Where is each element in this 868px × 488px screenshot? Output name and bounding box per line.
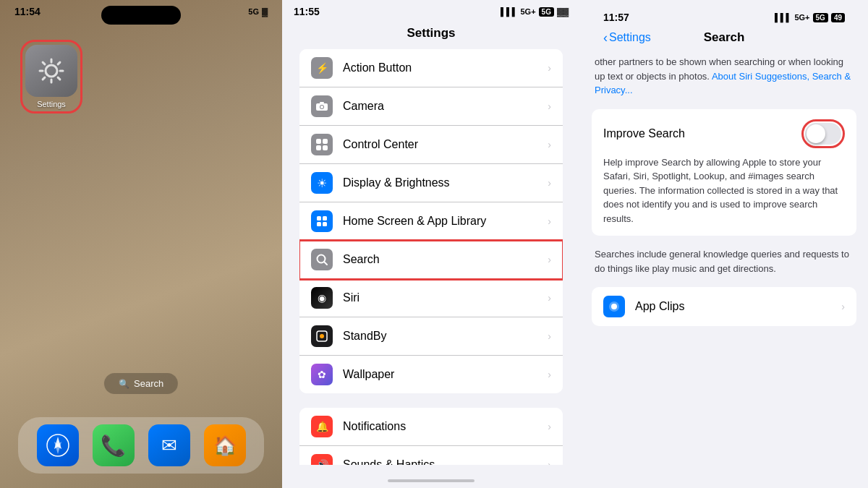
notifications-chevron: › — [548, 421, 551, 432]
app-clips-icon — [603, 296, 625, 317]
svg-line-26 — [324, 262, 327, 265]
svg-rect-16 — [320, 102, 324, 103]
homescreen-icon — [311, 210, 333, 232]
settings-items-group2: 🔔 Notifications › 🔊 Sounds & Haptics › 🌙… — [299, 408, 563, 465]
search-pill[interactable]: 🔍 Search — [104, 373, 178, 394]
svg-rect-19 — [316, 145, 321, 150]
settings-scroll[interactable]: ⚡ Action Button › Camera › — [282, 49, 580, 465]
svg-rect-21 — [317, 216, 321, 221]
settings-item-control-center[interactable]: Control Center › — [299, 126, 563, 164]
settings-app-icon[interactable] — [25, 45, 77, 97]
action-button-label: Action Button — [343, 61, 548, 74]
search-5g-badge: 5G — [813, 13, 828, 22]
siri-label: Siri — [343, 291, 548, 304]
standby-label: StandBy — [343, 330, 548, 343]
app-clips-label: App Clips — [635, 300, 841, 313]
settings-item-standby[interactable]: StandBy › — [299, 317, 563, 356]
search-icon — [311, 249, 333, 270]
dock-safari[interactable] — [37, 424, 79, 466]
svg-rect-20 — [323, 145, 328, 150]
settings-signal-bars: ▌▌▌ — [501, 7, 517, 16]
improve-search-row: Improve Search — [603, 119, 845, 148]
display-chevron: › — [548, 177, 551, 189]
camera-label: Camera — [343, 100, 548, 113]
mail-icon: ✉ — [161, 435, 177, 457]
settings-item-action-button[interactable]: ⚡ Action Button › — [299, 49, 563, 87]
home-signal: 5G — [248, 7, 259, 16]
search-carrier: 5G+ — [794, 13, 809, 22]
search-label: Search — [343, 253, 548, 266]
action-button-icon: ⚡ — [311, 57, 333, 79]
search-page-title: Search — [704, 30, 745, 45]
svg-point-0 — [46, 65, 57, 77]
search-signal-bars: ▌▌▌ — [775, 13, 791, 22]
siri-icon: ◉ — [311, 287, 333, 309]
search-battery-num: 49 — [831, 13, 845, 22]
dynamic-island — [101, 6, 181, 25]
wallpaper-label: Wallpaper — [343, 368, 548, 381]
camera-svg — [315, 101, 328, 111]
improve-search-description: Help improve Search by allowing Apple to… — [603, 155, 845, 226]
settings-battery: ▓▓ — [557, 7, 569, 16]
dock-mail[interactable]: ✉ — [148, 424, 190, 466]
svg-line-8 — [43, 77, 45, 80]
status-bar-search: 11:57 ▌▌▌ 5G+ 5G 49 — [592, 6, 856, 26]
wallpaper-icon: ✿ — [311, 364, 333, 385]
settings-5g-badge: 5G — [539, 7, 554, 17]
svg-point-15 — [320, 106, 323, 108]
settings-item-notifications[interactable]: 🔔 Notifications › — [299, 408, 563, 446]
settings-app-label: Settings — [25, 100, 77, 108]
action-button-chevron: › — [548, 62, 551, 74]
svg-rect-22 — [323, 216, 327, 221]
back-button[interactable]: ‹ Settings — [603, 30, 651, 46]
settings-item-sounds[interactable]: 🔊 Sounds & Haptics › — [299, 446, 563, 465]
notifications-icon: 🔔 — [311, 416, 333, 437]
display-label: Display & Brightness — [343, 176, 548, 189]
improve-search-card: Improve Search Help improve Search by al… — [592, 109, 856, 236]
sounds-label: Sounds & Haptics — [343, 458, 548, 465]
phone-icon: 📞 — [101, 434, 126, 458]
sounds-chevron: › — [548, 459, 551, 465]
search-pill-icon: 🔍 — [119, 379, 129, 389]
settings-page-title: Settings — [282, 20, 580, 49]
settings-time: 11:55 — [294, 6, 320, 17]
sounds-icon: 🔊 — [311, 454, 333, 465]
scroll-indicator — [388, 479, 475, 482]
standby-chevron: › — [548, 330, 551, 342]
settings-app-wrapper[interactable]: Settings — [20, 40, 82, 114]
settings-panel: 11:55 ▌▌▌ 5G+ 5G ▓▓ Settings ⚡ Action Bu… — [282, 0, 580, 488]
home-status-right: 5G ▓ — [248, 7, 268, 16]
back-chevron-icon: ‹ — [603, 30, 608, 46]
svg-rect-23 — [317, 222, 321, 226]
settings-item-siri[interactable]: ◉ Siri › — [299, 279, 563, 317]
camera-chevron: › — [548, 100, 551, 112]
homescreen-svg — [315, 215, 328, 228]
settings-item-homescreen[interactable]: Home Screen & App Library › — [299, 202, 563, 241]
search-pill-label: Search — [134, 378, 163, 389]
dock: 📞 ✉ 🏠 — [18, 417, 264, 474]
app-clips-chevron: › — [841, 301, 845, 312]
control-center-chevron: › — [548, 139, 551, 150]
settings-status-right: ▌▌▌ 5G+ 5G ▓▓ — [501, 7, 569, 17]
svg-rect-18 — [323, 139, 328, 144]
improve-search-toggle-wrapper[interactable] — [801, 119, 845, 148]
siri-suggestion-text: other partners to be shown when searchin… — [592, 55, 856, 98]
settings-item-camera[interactable]: Camera › — [299, 87, 563, 126]
control-center-icon — [311, 134, 333, 155]
display-icon: ☀ — [311, 172, 333, 194]
app-clips-svg — [608, 300, 621, 313]
control-center-svg — [315, 138, 328, 151]
settings-item-display[interactable]: ☀ Display & Brightness › — [299, 164, 563, 202]
svg-rect-17 — [316, 139, 321, 144]
homescreen-chevron: › — [548, 215, 551, 227]
improve-search-toggle[interactable] — [805, 123, 841, 145]
search-time: 11:57 — [603, 12, 629, 23]
svg-line-6 — [58, 77, 60, 80]
back-label: Settings — [609, 31, 651, 44]
settings-item-wallpaper[interactable]: ✿ Wallpaper › — [299, 356, 563, 393]
dock-home[interactable]: 🏠 — [204, 424, 246, 466]
app-clips-row[interactable]: App Clips › — [592, 287, 856, 326]
standby-icon — [311, 325, 333, 347]
dock-phone[interactable]: 📞 — [93, 424, 135, 466]
settings-item-search[interactable]: Search › — [299, 241, 563, 279]
